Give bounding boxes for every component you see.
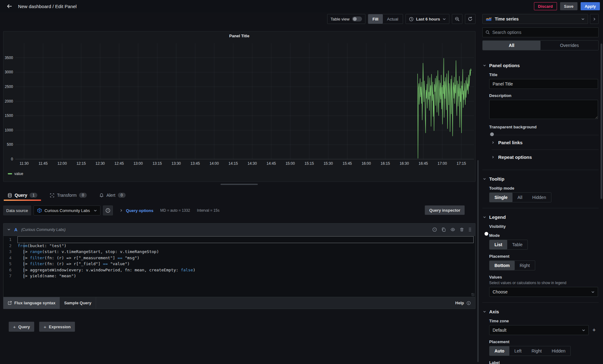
help-button[interactable]: Help bbox=[455, 301, 475, 305]
save-button[interactable]: Save bbox=[560, 2, 577, 10]
legend-placement-label: Placement bbox=[489, 254, 599, 259]
legend-placement-right[interactable]: Right bbox=[515, 261, 535, 270]
axis-placement-hidden[interactable]: Hidden bbox=[547, 346, 570, 356]
axis-placement-group: Auto Left Right Hidden bbox=[489, 346, 571, 356]
edit-pane-scrollbar[interactable] bbox=[477, 160, 479, 362]
section-repeat-options[interactable]: Repeat options bbox=[492, 150, 599, 164]
legend-mode-list[interactable]: List bbox=[489, 240, 507, 249]
flux-syntax-button[interactable]: Flux language syntax bbox=[3, 297, 60, 309]
legend-values-placeholder: Choose bbox=[493, 289, 591, 294]
axis-placement-auto[interactable]: Auto bbox=[489, 346, 509, 356]
discard-button[interactable]: Discard bbox=[534, 2, 557, 10]
drag-handle-icon[interactable] bbox=[468, 227, 471, 232]
external-link-icon bbox=[8, 301, 12, 305]
tooltip-mode-all[interactable]: All bbox=[513, 193, 527, 202]
bell-icon bbox=[99, 193, 104, 198]
tooltip-mode-hidden[interactable]: Hidden bbox=[527, 193, 551, 202]
options-search-input[interactable] bbox=[492, 30, 596, 35]
datasource-select[interactable]: Curious Community Labs bbox=[34, 205, 100, 215]
apply-button[interactable]: Apply bbox=[581, 2, 600, 10]
svg-text:14:45: 14:45 bbox=[267, 161, 276, 166]
sample-query-button[interactable]: Sample Query bbox=[60, 297, 96, 309]
tab-transform[interactable]: Transform 0 bbox=[47, 191, 89, 201]
zoom-out-button[interactable] bbox=[452, 14, 462, 24]
actual-option[interactable]: Actual bbox=[383, 14, 403, 24]
axis-placement-right[interactable]: Right bbox=[526, 346, 547, 356]
query-options-toggle[interactable]: Query options bbox=[120, 208, 153, 213]
datasource-value: Curious Community Labs bbox=[44, 208, 91, 213]
panel-resize-handle[interactable] bbox=[220, 184, 258, 185]
timezone-select[interactable]: Default bbox=[489, 325, 589, 335]
svg-text:14:00: 14:00 bbox=[210, 161, 219, 166]
tooltip-mode-single[interactable]: Single bbox=[489, 193, 513, 202]
add-query-button[interactable]: + Query bbox=[9, 322, 34, 332]
back-button[interactable] bbox=[4, 1, 14, 11]
options-filter-tabs: All Overrides bbox=[482, 40, 599, 50]
add-expression-button[interactable]: + Expression bbox=[39, 322, 75, 332]
section-panel-options[interactable]: Panel options bbox=[483, 63, 599, 68]
chevron-right-icon bbox=[492, 141, 494, 144]
plus-icon: + bbox=[13, 324, 16, 329]
svg-text:13:15: 13:15 bbox=[152, 161, 162, 166]
legend-series-swatch bbox=[8, 173, 12, 174]
time-series-chart[interactable]: 050010001500200025003000350011:3011:4512… bbox=[3, 40, 475, 170]
flux-code-editor[interactable]: 12from(bucket: "test")3 |> range(start: … bbox=[3, 236, 475, 297]
sidebar-scrollbar[interactable] bbox=[601, 44, 602, 199]
svg-text:16:15: 16:15 bbox=[381, 161, 390, 166]
tab-alert[interactable]: Alert 0 bbox=[97, 191, 128, 201]
duplicate-query-icon[interactable] bbox=[441, 227, 446, 232]
edit-tabs: Query 1 Transform 0 Alert 0 bbox=[5, 191, 128, 201]
datasource-label: Data source bbox=[3, 205, 31, 215]
chevron-right-icon bbox=[120, 209, 123, 212]
delete-query-icon[interactable] bbox=[460, 227, 464, 232]
fill-option[interactable]: Fill bbox=[368, 14, 383, 24]
toggle-knob bbox=[485, 232, 488, 236]
search-icon bbox=[485, 30, 490, 35]
section-axis[interactable]: Axis bbox=[483, 309, 599, 314]
chevron-down-icon bbox=[582, 329, 585, 332]
svg-text:15:15: 15:15 bbox=[304, 161, 314, 166]
refresh-button[interactable] bbox=[465, 14, 475, 24]
influxdb-icon bbox=[37, 208, 42, 213]
collapse-query-icon[interactable] bbox=[7, 228, 11, 231]
preview-panel: Panel Title 0500100015002000250030003500… bbox=[3, 31, 475, 182]
datasource-help-button[interactable]: ? bbox=[103, 205, 113, 215]
time-range-picker[interactable]: Last 6 hours bbox=[406, 14, 449, 24]
legend-placement-bottom[interactable]: Bottom bbox=[489, 261, 515, 270]
add-timezone-button[interactable]: + bbox=[592, 327, 596, 334]
tab-all-options[interactable]: All bbox=[483, 41, 540, 50]
query-inspector-button[interactable]: Query inspector bbox=[425, 205, 465, 215]
section-tooltip[interactable]: Tooltip bbox=[483, 176, 599, 182]
section-repeat-options-label: Repeat options bbox=[498, 154, 532, 160]
svg-text:2000: 2000 bbox=[5, 99, 13, 104]
axis-placement-left[interactable]: Left bbox=[509, 346, 526, 356]
section-panel-links[interactable]: Panel links bbox=[492, 135, 599, 150]
collapse-sidebar-button[interactable] bbox=[590, 14, 599, 24]
hide-query-icon[interactable] bbox=[450, 227, 455, 232]
tab-overrides[interactable]: Overrides bbox=[540, 41, 598, 50]
max-datapoints-info: MD = auto = 1332 bbox=[160, 208, 190, 213]
chevron-right-icon bbox=[593, 17, 596, 21]
panel-title[interactable]: Panel Title bbox=[3, 31, 475, 40]
description-field-label: Description bbox=[489, 93, 599, 98]
section-legend[interactable]: Legend bbox=[483, 214, 599, 220]
table-view-toggle[interactable] bbox=[352, 16, 362, 21]
legend-values-select[interactable]: Choose bbox=[489, 287, 598, 297]
query-help-icon[interactable]: ? bbox=[432, 227, 437, 232]
panel-description-input[interactable] bbox=[489, 100, 598, 119]
tab-query[interactable]: Query 1 bbox=[5, 191, 40, 201]
toggle-knob bbox=[490, 132, 494, 136]
chart-legend[interactable]: value bbox=[3, 170, 475, 177]
legend-mode-table[interactable]: Table bbox=[507, 240, 527, 249]
svg-text:1500: 1500 bbox=[5, 113, 13, 118]
query-ref-id[interactable]: A bbox=[14, 227, 17, 232]
viz-type-select[interactable]: Time series bbox=[482, 14, 588, 24]
legend-series-label: value bbox=[14, 172, 23, 176]
info-circle-icon bbox=[466, 301, 471, 305]
panel-title-input[interactable] bbox=[489, 79, 598, 89]
tab-transform-count: 0 bbox=[79, 193, 87, 198]
chevron-down-icon bbox=[483, 216, 486, 219]
editor-resize-corner[interactable] bbox=[471, 293, 475, 296]
options-search[interactable] bbox=[482, 27, 599, 37]
legend-values-description: Select values or calculations to show in… bbox=[489, 281, 599, 285]
